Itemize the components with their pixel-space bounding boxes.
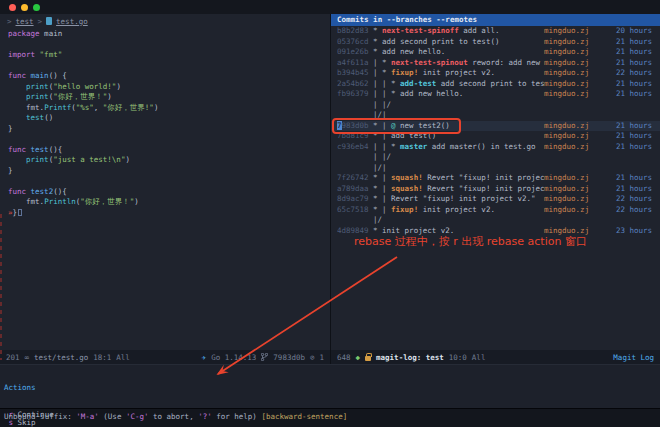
commit-hash: b394b45	[337, 68, 373, 79]
breadcrumb-file[interactable]: test.go	[56, 17, 88, 26]
commit-row[interactable]: fb96379| | * add new hello.mingduo.zj21 …	[331, 89, 660, 100]
code-line[interactable]: »}	[8, 208, 330, 219]
buffer-name: magit-log: test	[376, 353, 444, 362]
code-line[interactable]	[8, 40, 330, 51]
commit-row[interactable]: 65c7518* | fixup! init project v2.mingdu…	[331, 205, 660, 216]
graph-row[interactable]: |/	[331, 215, 660, 226]
code-line[interactable]: func test(){	[8, 145, 330, 156]
commit-author: mingduo.zj	[544, 68, 606, 79]
lsp-icon: ✈	[202, 353, 207, 362]
commit-hash: 7983d0b	[337, 121, 373, 132]
commit-time: 20 hours	[606, 26, 660, 37]
commit-time: 21 hours	[606, 131, 660, 142]
maximize-button[interactable]	[33, 4, 40, 11]
error-icon: ⊘	[310, 353, 315, 362]
commit-author	[544, 110, 606, 121]
cursor-position: 10:0	[449, 353, 467, 362]
commit-message: | | * add-test add second print to test(…	[373, 79, 544, 90]
commit-message: | | * add new hello.	[373, 89, 544, 100]
commit-hash	[337, 100, 373, 111]
commit-time: 22 hours	[606, 68, 660, 79]
code-line[interactable]: print("hello world!")	[8, 82, 330, 93]
commit-row[interactable]: 05376cd* add second print to test()mingd…	[331, 37, 660, 48]
graph-row[interactable]: |/|	[331, 110, 660, 121]
commit-row[interactable]: 2a54b62| | * add-test add second print t…	[331, 79, 660, 90]
code-line[interactable]: }	[8, 124, 330, 135]
code-line[interactable]: test()	[8, 113, 330, 124]
commit-time: 22 hours	[606, 205, 660, 216]
commit-time	[606, 215, 660, 226]
commit-author: mingduo.zj	[544, 184, 606, 195]
code-line[interactable]	[8, 61, 330, 72]
code-line[interactable]	[8, 176, 330, 187]
code-line[interactable]: print("你好，世界！")	[8, 92, 330, 103]
commit-hash: b8b2d83	[337, 26, 373, 37]
code-editor[interactable]: package mainimport "fmt"func main() { pr…	[0, 28, 330, 218]
code-line[interactable]: func test2(){	[8, 187, 330, 198]
commit-row[interactable]: a789daa* | squash! Revert "fixup! init p…	[331, 184, 660, 195]
commit-time	[606, 100, 660, 111]
breadcrumb: > test > test.go	[0, 14, 330, 28]
modeline-position: 201	[6, 353, 20, 362]
magit-section-header[interactable]: Commits in --branches --remotes	[331, 14, 660, 26]
close-button[interactable]	[9, 4, 16, 11]
commit-author: mingduo.zj	[544, 89, 606, 100]
echo-area: Unbound suffix: 'M-a' (Use 'C-g' to abor…	[0, 408, 660, 427]
commit-message: | * fixup! init project v2.	[373, 68, 544, 79]
breadcrumb-folder[interactable]: test	[16, 17, 34, 26]
buffer-state-icon: ◆	[356, 353, 361, 362]
fringe-indicator	[0, 214, 2, 360]
code-line[interactable]: fmt.Println("你好，世界！")	[8, 197, 330, 208]
code-line[interactable]	[8, 134, 330, 145]
commit-author	[544, 163, 606, 174]
buffer-state-icon: ∞	[25, 353, 30, 362]
file-icon	[46, 17, 52, 25]
commit-hash: c936eb4	[337, 142, 373, 153]
commit-message: * add second print to test()	[373, 37, 544, 48]
commit-time: 23 hours	[606, 226, 660, 237]
commit-time	[606, 110, 660, 121]
code-line[interactable]: func main() {	[8, 71, 330, 82]
commit-hash	[337, 152, 373, 163]
commit-message: |/|	[373, 163, 544, 174]
commit-author: mingduo.zj	[544, 79, 606, 90]
commit-row[interactable]: 7f26742* | squash! Revert "fixup! init p…	[331, 173, 660, 184]
commit-row[interactable]: b394b45| * fixup! init project v2.mingdu…	[331, 68, 660, 79]
editor-cursor	[18, 209, 22, 216]
commit-hash: fb96379	[337, 89, 373, 100]
modeline-editor: 201 ∞ test/test.go 18:1 All ✈ Go 1.14.13…	[0, 350, 330, 364]
commit-author: mingduo.zj	[544, 142, 606, 153]
commit-message: * | Revert "fixup! init project v2."	[373, 194, 544, 205]
commit-row[interactable]: 7bd81c9* | add test()mingduo.zj21 hours	[331, 131, 660, 142]
titlebar	[0, 0, 660, 14]
code-line[interactable]: import "fmt"	[8, 50, 330, 61]
code-line[interactable]: package main	[8, 29, 330, 40]
commit-row[interactable]: a4f611a| * next-test-spinout reword: add…	[331, 58, 660, 69]
buffer-name: test/test.go	[34, 353, 88, 362]
graph-row[interactable]: | |/	[331, 152, 660, 163]
commit-row[interactable]: 8d9ac79* | Revert "fixup! init project v…	[331, 194, 660, 205]
commit-row[interactable]: 7983d0b* | @ new test2()mingduo.zj21 hou…	[331, 121, 660, 132]
annotation-text: rebase 过程中，按 r 出现 rebase action 窗口	[354, 234, 587, 249]
code-line[interactable]: }	[8, 166, 330, 177]
minimize-button[interactable]	[21, 4, 28, 11]
code-line[interactable]: fmt.Printf("%s", "你好，世界!")	[8, 103, 330, 114]
commit-hash: a789daa	[337, 184, 373, 195]
commit-author: mingduo.zj	[544, 37, 606, 48]
commit-row[interactable]: c936eb4| | * master add master() in test…	[331, 142, 660, 153]
graph-row[interactable]: | |/	[331, 100, 660, 111]
code-line[interactable]: print("just a test!\n")	[8, 155, 330, 166]
commit-message: * | add test()	[373, 131, 544, 142]
commit-message: * | squash! Revert "fixup! init project …	[373, 173, 544, 184]
modeline-position: 648	[337, 353, 351, 362]
commit-message: |/|	[373, 110, 544, 121]
editor-pane: > test > test.go package mainimport "fmt…	[0, 14, 330, 350]
commit-time: 21 hours	[606, 58, 660, 69]
emacs-window: > test > test.go package mainimport "fmt…	[0, 0, 660, 427]
commit-row[interactable]: b8b2d83* next-test-spinoff add all.mingd…	[331, 26, 660, 37]
commit-message: | |/	[373, 100, 544, 111]
graph-row[interactable]: |/|	[331, 163, 660, 174]
commit-time	[606, 152, 660, 163]
commit-hash	[337, 215, 373, 226]
commit-row[interactable]: 091e26b* add new hello.mingduo.zj21 hour…	[331, 47, 660, 58]
